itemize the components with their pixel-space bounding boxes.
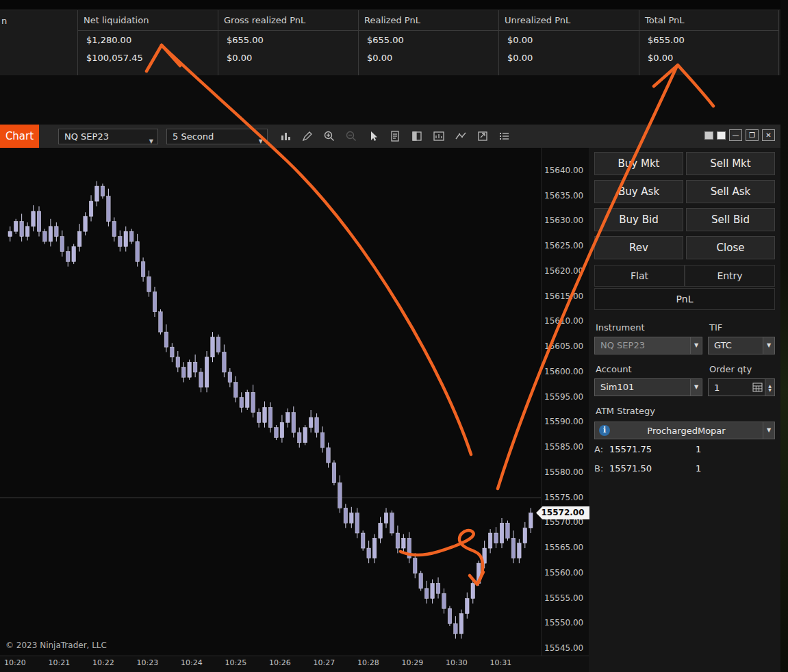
stepper-down-icon[interactable]: ▼: [768, 388, 772, 391]
summary-column-total-pnl: Total PnL $655.00 $0.00: [639, 10, 779, 75]
tif-label: TIF: [708, 322, 775, 333]
gross-realized-pnl-value-2: $0.00: [218, 49, 358, 66]
total-pnl-value-2: $0.00: [639, 49, 778, 66]
chevron-down-icon: ▼: [763, 337, 774, 354]
instrument-dropdown-value: NQ SEP23: [600, 340, 645, 350]
price-axis-label: 15615.00: [544, 292, 583, 302]
maximize-button[interactable]: ❐: [746, 129, 759, 141]
indicators-icon[interactable]: [454, 129, 468, 143]
time-axis-label: 10:20: [4, 658, 33, 667]
realized-pnl-value-2: $0.00: [359, 49, 498, 66]
time-axis-label: 10:23: [137, 658, 166, 667]
desktop-edge: [780, 0, 788, 672]
buy-ask-button[interactable]: Buy Ask: [594, 180, 683, 203]
price-axis-label: 15610.00: [544, 316, 583, 327]
instrument-label: Instrument: [594, 322, 708, 333]
info-icon[interactable]: i: [599, 425, 610, 436]
time-axis-label: 10:22: [92, 658, 121, 667]
zoom-in-icon[interactable]: [322, 129, 336, 143]
price-axis-label: 15620.00: [544, 266, 583, 277]
chart-titlebar: Chart NQ SEP23 ▼ 5 Second ▼ — ❐: [0, 125, 780, 148]
sell-mkt-button[interactable]: Sell Mkt: [686, 152, 775, 175]
price-axis-label: 15625.00: [544, 241, 583, 252]
price-axis-label: 15590.00: [544, 417, 583, 428]
layout-square-icon[interactable]: [704, 131, 713, 140]
order-buttons: Buy Mkt Sell Mkt Buy Ask Sell Ask Buy Bi…: [594, 152, 775, 259]
rev-button[interactable]: Rev: [594, 236, 683, 259]
cursor-icon[interactable]: [366, 129, 380, 143]
qty-stepper[interactable]: ▲▼: [765, 379, 774, 396]
draw-icon[interactable]: [301, 129, 314, 143]
atm-level-b-row: B: 15571.50 1: [594, 459, 775, 478]
tif-dropdown[interactable]: GTC ▼: [708, 337, 775, 354]
buy-mkt-button[interactable]: Buy Mkt: [594, 152, 683, 175]
time-axis-label: 10:26: [269, 658, 298, 667]
price-axis-label: 15640.00: [544, 166, 583, 177]
time-axis-label: 10:27: [314, 658, 342, 667]
summary-column-realized-pnl: Realized PnL $655.00 $0.00: [358, 10, 498, 75]
account-summary-table: n Net liquidation $1,280.00 $100,057.45 …: [0, 10, 780, 75]
account-dropdown[interactable]: Sim101 ▼: [594, 378, 702, 396]
instrument-dropdown[interactable]: NQ SEP23 ▼: [594, 337, 702, 354]
close-button[interactable]: ✕: [762, 129, 775, 141]
price-axis-label: 15585.00: [544, 442, 583, 453]
report-icon[interactable]: [388, 129, 402, 143]
instrument-selector[interactable]: NQ SEP23 ▼: [58, 129, 158, 144]
zoom-out-icon[interactable]: [344, 129, 358, 143]
unrealized-pnl-value: $0.00: [499, 31, 639, 49]
time-axis-label: 10:30: [446, 658, 474, 667]
sell-ask-button[interactable]: Sell Ask: [686, 180, 775, 203]
flat-tab[interactable]: Flat: [594, 265, 685, 287]
chart-style-icon[interactable]: [279, 129, 292, 143]
atm-strategy-dropdown[interactable]: i ProchargedMopar ▼: [594, 422, 775, 439]
account-label: Account: [594, 364, 708, 374]
time-axis-label: 10:29: [402, 658, 431, 667]
chart-trader-icon[interactable]: [432, 129, 446, 143]
column-header: Unrealized PnL: [499, 10, 639, 31]
atm-strategy-value: ProchargedMopar: [610, 426, 763, 436]
level-a-label: A:: [594, 444, 609, 454]
price-axis-label: 15575.00: [544, 493, 583, 504]
chevron-down-icon: ▼: [149, 134, 153, 148]
stepper-up-icon[interactable]: ▲: [768, 384, 772, 387]
order-entry-panel: Buy Mkt Sell Mkt Buy Ask Sell Ask Buy Bi…: [589, 148, 780, 672]
data-series-icon[interactable]: [410, 129, 424, 143]
unrealized-pnl-value-2: $0.00: [499, 49, 639, 66]
price-axis-label: 15555.00: [544, 593, 583, 604]
partial-column-label: n: [0, 10, 77, 26]
tif-dropdown-value: GTC: [714, 340, 732, 350]
reload-icon[interactable]: [476, 129, 490, 143]
price-axis-label: 15565.00: [544, 543, 583, 554]
chart-window: Chart NQ SEP23 ▼ 5 Second ▼ — ❐: [0, 125, 780, 672]
time-axis[interactable]: 10:2010:2110:2210:2310:2410:2510:2610:27…: [0, 656, 589, 672]
candlestick-chart: [0, 148, 541, 656]
properties-icon[interactable]: [498, 129, 511, 143]
price-axis-label: 15580.00: [544, 467, 583, 478]
net-liquidation-value-2: $100,057.45: [78, 49, 218, 66]
interval-selector[interactable]: 5 Second ▼: [166, 129, 268, 144]
order-qty-input[interactable]: 1 ▲▼: [708, 378, 775, 396]
chart-toolbar: [279, 129, 511, 143]
net-liquidation-value: $1,280.00: [78, 31, 218, 49]
current-price-tag: 15572.00: [536, 506, 589, 519]
minimize-button[interactable]: —: [729, 129, 742, 141]
chevron-down-icon: ▼: [690, 379, 702, 396]
position-tabs: Flat Entry: [594, 265, 775, 287]
layout-square-icon-2[interactable]: [717, 131, 726, 140]
chevron-down-icon: ▼: [690, 337, 702, 354]
buy-bid-button[interactable]: Buy Bid: [594, 208, 683, 231]
chart-tab[interactable]: Chart: [0, 125, 39, 148]
time-axis-label: 10:31: [490, 658, 519, 667]
close-position-button[interactable]: Close: [686, 236, 775, 259]
calculator-icon[interactable]: [752, 383, 763, 392]
pnl-display: PnL: [594, 288, 775, 310]
time-axis-label: 10:24: [181, 658, 209, 667]
entry-tab[interactable]: Entry: [685, 265, 775, 287]
price-axis-label: 15600.00: [544, 367, 583, 378]
sell-bid-button[interactable]: Sell Bid: [686, 208, 775, 231]
price-axis[interactable]: 15572.00 15640.0015635.0015630.0015625.0…: [541, 148, 589, 656]
price-axis-label: 15550.00: [544, 618, 583, 629]
time-axis-label: 10:21: [49, 658, 77, 667]
level-b-price: 15571.50: [609, 463, 696, 474]
price-chart-plot[interactable]: © 2023 NinjaTrader, LLC: [0, 148, 541, 656]
